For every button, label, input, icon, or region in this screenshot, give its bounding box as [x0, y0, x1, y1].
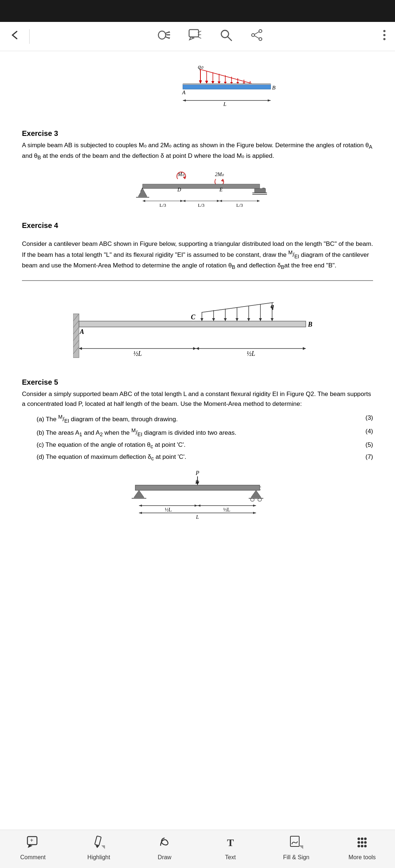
- svg-text:q₀: q₀: [198, 64, 204, 70]
- svg-line-17: [255, 32, 259, 34]
- svg-point-0: [158, 31, 166, 39]
- svg-marker-95: [259, 318, 262, 321]
- exercise3-section: Exercise 3 A simple beam AB is subjected…: [22, 129, 373, 216]
- svg-rect-99: [79, 321, 306, 327]
- svg-rect-43: [183, 83, 271, 85]
- svg-text:A: A: [79, 328, 84, 335]
- svg-point-16: [259, 38, 262, 41]
- share-icon[interactable]: [250, 28, 263, 44]
- svg-rect-76: [73, 314, 79, 358]
- svg-marker-97: [271, 318, 274, 321]
- list-item: (d) The equation of maximum deflection δ…: [37, 452, 373, 463]
- svg-rect-117: [135, 485, 260, 490]
- svg-marker-133: [139, 512, 142, 514]
- page-separator: [22, 280, 373, 281]
- svg-text:B: B: [272, 85, 275, 91]
- svg-line-11: [198, 37, 201, 38]
- exercise4-cantilever-diagram: q A C B: [22, 292, 373, 372]
- exercise4-section: Exercise 4 Consider a cantilever beam AB…: [22, 221, 373, 272]
- svg-marker-120: [251, 490, 261, 498]
- svg-marker-93: [247, 318, 250, 321]
- more-menu-button[interactable]: [383, 28, 386, 44]
- svg-text:L/3: L/3: [159, 202, 166, 208]
- svg-text:P: P: [195, 470, 199, 476]
- list-item: (c) The equation of the angle of rotatio…: [37, 440, 373, 451]
- svg-text:E: E: [219, 187, 223, 193]
- svg-rect-54: [143, 184, 260, 189]
- toolbar-divider: [29, 29, 30, 44]
- svg-marker-74: [257, 200, 260, 202]
- svg-text:D: D: [177, 187, 181, 193]
- svg-text:½L: ½L: [247, 350, 255, 357]
- list-item: (b) The areas A1 and A2 when the M/EI di…: [37, 427, 373, 439]
- exercise5-diagram: P A B C ½L ½L: [22, 469, 373, 520]
- exercise5-section: Exercise 5 Consider a simply supported b…: [22, 378, 373, 463]
- svg-marker-108: [196, 347, 199, 350]
- svg-marker-129: [198, 505, 200, 507]
- svg-marker-118: [134, 490, 144, 498]
- exercise3-diagram: M₀ 2M₀ A D E B: [22, 168, 373, 216]
- svg-marker-70: [217, 200, 219, 202]
- svg-text:½L: ½L: [165, 507, 172, 513]
- highlight-list-icon[interactable]: [157, 28, 170, 45]
- toolbar-icon-group: [37, 28, 383, 45]
- svg-text:B: B: [308, 321, 312, 328]
- svg-marker-85: [200, 318, 203, 321]
- svg-text:B: B: [195, 479, 199, 485]
- svg-text:L/3: L/3: [198, 202, 204, 208]
- svg-marker-126: [195, 505, 198, 507]
- svg-point-15: [252, 34, 255, 37]
- status-bar: [0, 0, 395, 22]
- exercise3-text: A simple beam AB is subjected to couples…: [22, 141, 373, 162]
- svg-marker-125: [139, 505, 142, 507]
- exercise3-title: Exercise 3: [22, 129, 373, 138]
- exercise5-list: (a) The M/EI diagram of the beam, throug…: [37, 413, 373, 463]
- back-button[interactable]: [9, 28, 22, 45]
- svg-marker-48: [268, 99, 271, 102]
- svg-point-123: [258, 498, 262, 501]
- toolbar: [0, 22, 395, 51]
- svg-text:A: A: [182, 90, 186, 95]
- svg-marker-105: [193, 347, 196, 350]
- svg-line-41: [200, 69, 252, 84]
- svg-line-98: [202, 302, 274, 312]
- svg-marker-109: [303, 347, 306, 350]
- svg-marker-69: [183, 200, 185, 202]
- svg-marker-47: [183, 99, 186, 102]
- list-item: (a) The M/EI diagram of the beam, throug…: [37, 413, 373, 425]
- svg-marker-89: [224, 318, 227, 321]
- svg-rect-61: [255, 189, 266, 193]
- search-icon[interactable]: [219, 28, 233, 44]
- svg-text:2M₀: 2M₀: [215, 172, 225, 177]
- exercise5-title: Exercise 5: [22, 378, 373, 387]
- svg-point-122: [251, 498, 254, 501]
- svg-rect-7: [189, 30, 199, 37]
- svg-text:½L: ½L: [223, 507, 230, 513]
- svg-point-21: [383, 38, 385, 40]
- svg-text:C: C: [191, 313, 196, 321]
- svg-line-18: [255, 36, 259, 38]
- svg-point-19: [383, 30, 385, 32]
- svg-rect-42: [183, 84, 271, 89]
- svg-marker-91: [236, 318, 238, 321]
- svg-text:L/3: L/3: [236, 202, 243, 208]
- svg-marker-104: [79, 347, 82, 350]
- comment-list-icon[interactable]: [188, 28, 202, 45]
- svg-marker-134: [253, 512, 256, 514]
- svg-text:½L: ½L: [133, 350, 142, 357]
- svg-point-14: [259, 30, 262, 33]
- svg-marker-73: [219, 200, 222, 202]
- top-beam-diagram: q₀ A: [22, 62, 373, 121]
- svg-marker-56: [138, 189, 147, 197]
- document-content: q₀ A: [0, 51, 395, 577]
- svg-marker-65: [143, 200, 145, 202]
- svg-marker-66: [180, 200, 183, 202]
- exercise4-text: Consider a cantilever beam ABC shown in …: [22, 239, 373, 272]
- svg-text:L: L: [196, 514, 199, 520]
- exercise4-title: Exercise 4: [22, 221, 373, 230]
- svg-marker-87: [212, 318, 215, 321]
- svg-text:L: L: [223, 101, 226, 107]
- exercise5-text: Consider a simply supported beam ABC of …: [22, 389, 373, 409]
- svg-marker-130: [253, 505, 256, 507]
- svg-point-20: [383, 34, 385, 36]
